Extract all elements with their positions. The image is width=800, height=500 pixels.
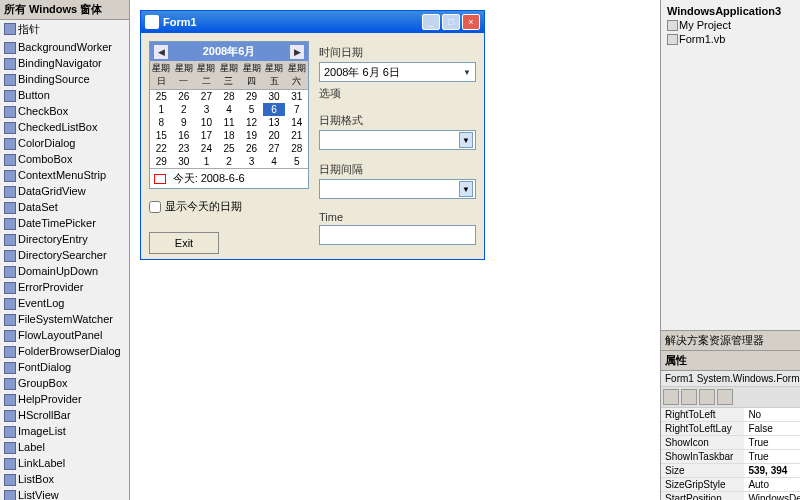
toolbox-item[interactable]: DomainUpDown — [0, 263, 129, 279]
cal-day[interactable]: 27 — [195, 90, 218, 103]
solution-item[interactable]: Form1.vb — [665, 32, 796, 46]
cal-day[interactable]: 26 — [240, 142, 263, 155]
cal-day[interactable]: 23 — [173, 142, 196, 155]
form-window[interactable]: Form1 _ □ × ◀ 2008年6月 ▶ 星期日星期一星期二星期三星期四星… — [140, 10, 485, 260]
categorize-icon[interactable] — [663, 389, 679, 405]
cal-day[interactable]: 17 — [195, 129, 218, 142]
cal-day[interactable]: 4 — [263, 155, 286, 168]
cal-day[interactable]: 25 — [150, 90, 173, 103]
cal-day[interactable]: 10 — [195, 116, 218, 129]
property-row[interactable]: ShowIconTrue — [661, 436, 800, 450]
cal-day[interactable]: 21 — [285, 129, 308, 142]
cal-day[interactable]: 5 — [240, 103, 263, 116]
toolbox-item[interactable]: BackgroundWorker — [0, 39, 129, 55]
toolbox-item[interactable]: Label — [0, 439, 129, 455]
toolbox-item[interactable]: CheckBox — [0, 103, 129, 119]
toolbox-item[interactable]: ColorDialog — [0, 135, 129, 151]
cal-day[interactable]: 3 — [195, 103, 218, 116]
format-combo[interactable]: ▼ — [319, 130, 476, 150]
toolbox-item[interactable]: LinkLabel — [0, 455, 129, 471]
cal-day[interactable]: 16 — [173, 129, 196, 142]
property-row[interactable]: StartPositionWindowsDefaultL — [661, 492, 800, 500]
month-calendar[interactable]: ◀ 2008年6月 ▶ 星期日星期一星期二星期三星期四星期五星期六2526272… — [149, 41, 309, 189]
solution-item[interactable]: My Project — [665, 18, 796, 32]
toolbox-item[interactable]: FolderBrowserDialog — [0, 343, 129, 359]
property-row[interactable]: ShowInTaskbarTrue — [661, 450, 800, 464]
toolbox-item[interactable]: DateTimePicker — [0, 215, 129, 231]
toolbox-item[interactable]: FlowLayoutPanel — [0, 327, 129, 343]
cal-day[interactable]: 24 — [195, 142, 218, 155]
design-surface[interactable]: Form1 _ □ × ◀ 2008年6月 ▶ 星期日星期一星期二星期三星期四星… — [130, 0, 660, 500]
toolbox-item[interactable]: DirectorySearcher — [0, 247, 129, 263]
prop-value[interactable]: Auto — [744, 478, 800, 491]
alpha-sort-icon[interactable] — [681, 389, 697, 405]
cal-day[interactable]: 6 — [263, 103, 286, 116]
prop-value[interactable]: No — [744, 408, 800, 421]
time-textbox[interactable] — [319, 225, 476, 245]
minimize-button[interactable]: _ — [422, 14, 440, 30]
cal-day[interactable]: 25 — [218, 142, 241, 155]
cal-day[interactable]: 2 — [173, 103, 196, 116]
toolbox-item[interactable]: Button — [0, 87, 129, 103]
cal-prev-icon[interactable]: ◀ — [154, 45, 168, 59]
cal-day[interactable]: 19 — [240, 129, 263, 142]
toolbox-item[interactable]: HScrollBar — [0, 407, 129, 423]
props-icon[interactable] — [699, 389, 715, 405]
cal-day[interactable]: 3 — [240, 155, 263, 168]
cal-day[interactable]: 18 — [218, 129, 241, 142]
toolbox-item[interactable]: ImageList — [0, 423, 129, 439]
property-row[interactable]: Size539, 394 — [661, 464, 800, 478]
toolbox-item[interactable]: BindingNavigator — [0, 55, 129, 71]
props-object[interactable]: Form1 System.Windows.Forms.Form — [661, 371, 800, 387]
toolbox-item[interactable]: FileSystemWatcher — [0, 311, 129, 327]
toolbox-item[interactable]: ListView — [0, 487, 129, 500]
cal-day[interactable]: 4 — [218, 103, 241, 116]
interval-combo[interactable]: ▼ — [319, 179, 476, 199]
toolbox-item[interactable]: ListBox — [0, 471, 129, 487]
toolbox-item[interactable]: CheckedListBox — [0, 119, 129, 135]
toolbox-item[interactable]: EventLog — [0, 295, 129, 311]
cal-day[interactable]: 28 — [285, 142, 308, 155]
close-button[interactable]: × — [462, 14, 480, 30]
cal-day[interactable]: 14 — [285, 116, 308, 129]
titlebar[interactable]: Form1 _ □ × — [141, 11, 484, 33]
cal-day[interactable]: 30 — [173, 155, 196, 168]
cal-day[interactable]: 7 — [285, 103, 308, 116]
cal-day[interactable]: 29 — [150, 155, 173, 168]
show-today-checkbox[interactable] — [149, 201, 161, 213]
toolbox-item[interactable]: GroupBox — [0, 375, 129, 391]
solution-root[interactable]: WindowsApplication3 — [665, 4, 796, 18]
toolbox-item[interactable]: FontDialog — [0, 359, 129, 375]
cal-day[interactable]: 20 — [263, 129, 286, 142]
maximize-button[interactable]: □ — [442, 14, 460, 30]
property-row[interactable]: SizeGripStyleAuto — [661, 478, 800, 492]
cal-day[interactable]: 31 — [285, 90, 308, 103]
cal-day[interactable]: 1 — [150, 103, 173, 116]
toolbox-item[interactable]: ContextMenuStrip — [0, 167, 129, 183]
toolbox-item[interactable]: ComboBox — [0, 151, 129, 167]
cal-day[interactable]: 9 — [173, 116, 196, 129]
cal-next-icon[interactable]: ▶ — [290, 45, 304, 59]
property-row[interactable]: RightToLeftLayFalse — [661, 422, 800, 436]
cal-day[interactable]: 1 — [195, 155, 218, 168]
toolbox-item[interactable]: BindingSource — [0, 71, 129, 87]
cal-day[interactable]: 12 — [240, 116, 263, 129]
cal-day[interactable]: 30 — [263, 90, 286, 103]
toolbox-item[interactable]: ErrorProvider — [0, 279, 129, 295]
cal-day[interactable]: 2 — [218, 155, 241, 168]
date-time-picker[interactable]: 2008年 6月 6日 ▼ — [319, 62, 476, 82]
cal-day[interactable]: 5 — [285, 155, 308, 168]
cal-day[interactable]: 26 — [173, 90, 196, 103]
cal-day[interactable]: 13 — [263, 116, 286, 129]
property-row[interactable]: RightToLeftNo — [661, 408, 800, 422]
cal-day[interactable]: 28 — [218, 90, 241, 103]
prop-value[interactable]: True — [744, 436, 800, 449]
prop-value[interactable]: 539, 394 — [744, 464, 800, 477]
prop-value[interactable]: True — [744, 450, 800, 463]
toolbox-pointer[interactable]: 指针 — [0, 20, 129, 39]
events-icon[interactable] — [717, 389, 733, 405]
cal-day[interactable]: 11 — [218, 116, 241, 129]
exit-button[interactable]: Exit — [149, 232, 219, 254]
toolbox-item[interactable]: HelpProvider — [0, 391, 129, 407]
prop-value[interactable]: False — [744, 422, 800, 435]
